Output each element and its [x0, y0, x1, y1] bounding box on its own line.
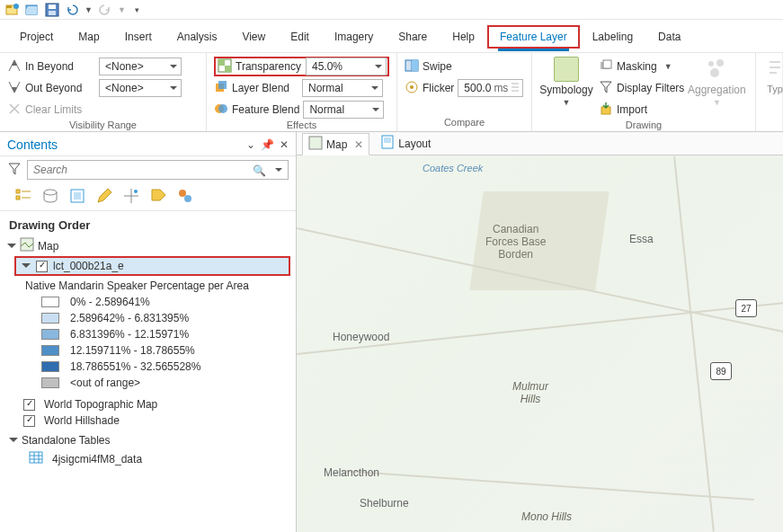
qat-customize-icon[interactable]: ▾ [135, 5, 139, 14]
aggregation-icon [704, 57, 729, 82]
expand-standalone-icon[interactable] [9, 438, 18, 447]
basemap1-checkbox[interactable] [23, 399, 35, 411]
list-by-perception-icon[interactable] [176, 187, 194, 205]
pin-icon[interactable]: 📌 [261, 138, 274, 151]
svg-point-38 [179, 190, 186, 197]
tab-view-map[interactable]: Map✕ [302, 133, 369, 155]
flicker-spin[interactable]: 500.0ms [458, 79, 523, 97]
svg-rect-46 [309, 137, 322, 149]
tab-view[interactable]: View [229, 25, 278, 49]
legend-label: 0% - 2.589641% [70, 296, 150, 308]
quick-access-toolbar: ▼ ▼ ▾ [0, 0, 783, 20]
close-icon[interactable]: ✕ [280, 138, 289, 151]
svg-point-37 [134, 190, 138, 193]
map-view-icon [308, 136, 323, 153]
map-canvas[interactable]: Coates Creek Canadian Forces Base Borden… [297, 155, 783, 532]
aggregation-drop-icon: ▼ [713, 98, 721, 107]
type-icon [766, 57, 783, 82]
expand-layer-icon[interactable] [22, 263, 31, 272]
legend-label: 2.589642% - 6.831395% [70, 312, 189, 324]
layer-name[interactable]: lct_000b21a_e [53, 260, 124, 272]
masking-label[interactable]: Masking [617, 60, 657, 73]
layer-selected-row[interactable]: lct_000b21a_e [14, 256, 290, 276]
list-by-editing-icon[interactable] [95, 187, 113, 205]
tab-edit[interactable]: Edit [278, 25, 322, 49]
redo-dropdown-icon[interactable]: ▼ [118, 5, 126, 14]
symbology-drop-icon: ▼ [563, 98, 571, 107]
in-beyond-icon [7, 58, 22, 75]
list-by-selection-icon[interactable] [68, 187, 86, 205]
display-filters-label[interactable]: Display Filters [617, 82, 684, 94]
group-visibility-label: Visibility Range [7, 120, 199, 132]
svg-rect-28 [16, 190, 20, 193]
tab-data[interactable]: Data [645, 25, 693, 49]
route-shield-27: 27 [735, 299, 757, 317]
symbology-button[interactable]: Symbology ▼ [539, 57, 593, 107]
search-input[interactable]: Search 🔍 [27, 160, 289, 180]
contents-tree: Map lct_000b21a_e Native Mandarin Speake… [0, 235, 296, 474]
aggregation-button[interactable]: Aggregation ▼ [690, 57, 743, 107]
expand-map-icon[interactable] [7, 244, 16, 253]
filter-icon[interactable] [7, 162, 22, 179]
tab-share[interactable]: Share [386, 25, 440, 49]
map-label-essa: Essa [629, 233, 654, 245]
symbology-title: Native Mandarin Speaker Percentage per A… [5, 276, 290, 294]
svg-point-32 [44, 190, 57, 195]
layer-visibility-checkbox[interactable] [36, 261, 48, 272]
out-beyond-combo[interactable]: <None> [99, 79, 182, 97]
svg-rect-11 [218, 81, 227, 89]
redo-icon[interactable] [98, 3, 112, 17]
basemap2-label[interactable]: World Hillshade [44, 414, 120, 427]
feature-blend-label: Feature Blend [232, 103, 299, 116]
dropdown-icon[interactable]: ⌄ [246, 138, 255, 151]
svg-point-22 [708, 61, 714, 66]
list-by-labeling-icon[interactable] [149, 187, 167, 205]
svg-rect-5 [49, 4, 56, 9]
open-project-icon[interactable] [25, 3, 40, 17]
list-by-snapping-icon[interactable] [122, 187, 140, 205]
flicker-unit: ms [494, 82, 508, 94]
undo-dropdown-icon[interactable]: ▼ [85, 5, 93, 14]
type-button[interactable]: Typ [763, 57, 783, 94]
tab-analysis[interactable]: Analysis [165, 25, 230, 49]
creek-label: Coates Creek [423, 163, 483, 173]
layer-blend-combo[interactable]: Normal [302, 79, 383, 97]
svg-rect-9 [225, 66, 231, 72]
svg-point-2 [13, 4, 19, 9]
list-by-source-icon[interactable] [41, 187, 59, 205]
display-filters-icon [599, 80, 613, 97]
import-label[interactable]: Import [617, 103, 647, 116]
tab-view-layout[interactable]: Layout [375, 133, 436, 154]
new-project-icon[interactable] [5, 3, 20, 17]
tab-insert[interactable]: Insert [112, 25, 165, 49]
map-label[interactable]: Map [38, 240, 58, 253]
basemap2-checkbox[interactable] [23, 415, 35, 427]
close-map-icon[interactable]: ✕ [354, 138, 363, 151]
clear-limits-label[interactable]: Clear Limits [25, 103, 95, 116]
tab-imagery[interactable]: Imagery [322, 25, 386, 49]
feature-blend-combo[interactable]: Normal [303, 101, 384, 119]
svg-rect-41 [30, 452, 42, 463]
list-by-drawing-order-icon[interactable] [14, 187, 32, 205]
in-beyond-combo[interactable]: <None> [99, 58, 182, 75]
basemap1-label[interactable]: World Topographic Map [44, 398, 157, 411]
layer-blend-icon [214, 80, 228, 97]
flicker-label[interactable]: Flicker [423, 82, 454, 94]
tab-help[interactable]: Help [440, 25, 487, 49]
swipe-label[interactable]: Swipe [423, 60, 452, 73]
tab-map[interactable]: Map [66, 25, 111, 49]
undo-icon[interactable] [65, 3, 79, 17]
map-view-label: Map [326, 138, 347, 151]
tab-labeling[interactable]: Labeling [580, 25, 645, 49]
svg-point-24 [710, 68, 719, 77]
group-drawing-label: Drawing [539, 120, 748, 132]
table1-label[interactable]: 4jsigcmi4fM8_data [52, 453, 142, 466]
layout-view-label: Layout [398, 137, 431, 150]
transparency-combo[interactable]: 45.0% [306, 58, 387, 75]
tab-feature-layer[interactable]: Feature Layer [487, 25, 580, 49]
save-icon[interactable] [45, 3, 59, 17]
ribbon: In Beyond <None> Out Beyond <None> Clear… [0, 53, 783, 132]
svg-rect-16 [412, 60, 418, 71]
tab-project[interactable]: Project [7, 25, 66, 49]
group-compare-label: Compare [405, 117, 524, 129]
